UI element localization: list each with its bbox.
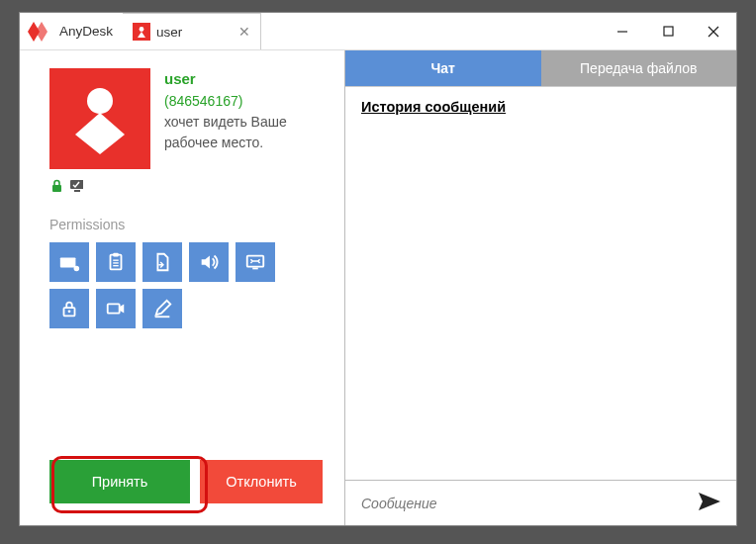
svg-rect-21 [252, 268, 258, 270]
permissions-grid [49, 242, 287, 328]
decline-button[interactable]: Отклонить [200, 460, 323, 503]
perm-clipboard[interactable] [96, 242, 136, 282]
window-controls [600, 13, 736, 49]
svg-rect-13 [60, 257, 76, 267]
svg-rect-5 [664, 27, 673, 36]
tab-chat[interactable]: Чат [345, 50, 541, 86]
user-info: user (846546167) хочет видеть Ваше рабоч… [164, 68, 287, 169]
svg-point-23 [68, 310, 71, 313]
send-icon[interactable] [699, 493, 720, 514]
svg-point-2 [140, 27, 144, 32]
chat-input-row: Сообщение [345, 480, 736, 525]
accept-button[interactable]: Принять [49, 460, 190, 503]
maximize-button[interactable] [645, 13, 691, 49]
perm-lock[interactable] [49, 289, 89, 328]
perm-record[interactable] [96, 289, 136, 328]
monitor-status-icon [69, 177, 83, 195]
request-text-1: хочет видеть Ваше [164, 112, 287, 133]
perm-display[interactable] [236, 242, 275, 282]
svg-rect-16 [113, 253, 119, 257]
lock-status-icon [49, 177, 63, 195]
perm-sound[interactable] [189, 242, 229, 282]
svg-point-8 [87, 88, 113, 114]
chat-history-label[interactable]: История сообщений [361, 99, 720, 115]
tab-close-icon[interactable]: ✕ [238, 24, 250, 40]
svg-rect-12 [74, 190, 80, 192]
svg-rect-10 [52, 185, 61, 192]
svg-rect-15 [111, 255, 122, 270]
minimize-button[interactable] [600, 13, 645, 49]
titlebar: AnyDesk user ✕ [20, 13, 736, 50]
app-name: AnyDesk [59, 13, 123, 49]
tab-file-transfer[interactable]: Передача файлов [541, 50, 737, 86]
app-window: AnyDesk user ✕ user (846546167) хочет [19, 12, 737, 526]
permissions-label: Permissions [49, 217, 327, 232]
close-button[interactable] [691, 13, 736, 49]
svg-rect-24 [108, 304, 120, 313]
svg-marker-26 [699, 493, 720, 510]
tab-title: user [156, 25, 182, 40]
perm-file[interactable] [142, 242, 182, 282]
svg-point-14 [74, 266, 80, 272]
chat-body: История сообщений [345, 86, 736, 480]
user-avatar [49, 68, 150, 169]
user-id: (846546167) [164, 91, 287, 112]
svg-marker-1 [36, 22, 47, 42]
action-row: Принять Отклонить [49, 460, 327, 513]
request-text-2: рабочее место. [164, 133, 287, 153]
chat-input[interactable]: Сообщение [361, 496, 699, 511]
svg-marker-9 [75, 113, 125, 154]
request-panel: user (846546167) хочет видеть Ваше рабоч… [20, 50, 344, 525]
user-name: user [164, 68, 287, 91]
session-tab[interactable]: user ✕ [123, 13, 261, 49]
perm-draw[interactable] [142, 289, 182, 328]
chat-panel: Чат Передача файлов История сообщений Со… [344, 50, 736, 525]
tab-user-icon [133, 23, 150, 41]
status-icons [49, 177, 327, 195]
perm-keyboard[interactable] [49, 242, 89, 282]
app-logo [20, 13, 59, 49]
svg-marker-3 [138, 32, 145, 38]
